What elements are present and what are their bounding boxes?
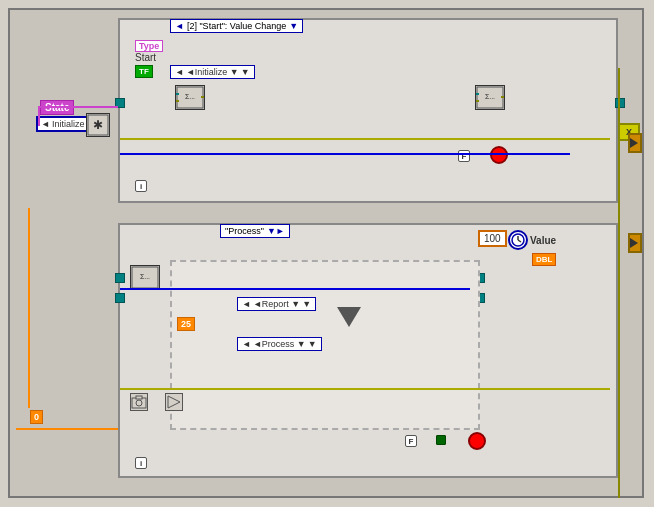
init-inner-dropdown: ▼ (241, 67, 250, 77)
upper-stop-button[interactable] (490, 146, 508, 164)
svg-text:Σ...: Σ... (485, 93, 495, 100)
report-left-arrow: ◄ (242, 299, 251, 309)
init-inner-arrow: ◄ (175, 67, 184, 77)
init-label-text: Initialize (52, 119, 85, 129)
lower-case-selector[interactable]: "Process" ▼► (220, 224, 290, 238)
type-label: Type (135, 40, 163, 52)
start-label: Start (135, 52, 156, 63)
lower-stop-button[interactable] (468, 432, 486, 450)
num-0-const: 0 (30, 410, 43, 424)
svg-rect-19 (136, 396, 142, 399)
report-dropdown: ▼ (302, 299, 311, 309)
process-label-inner[interactable]: ◄ ◄Process ▼ ▼ (237, 337, 322, 351)
svg-marker-20 (168, 396, 180, 408)
shift-reg-right-upper (628, 133, 642, 153)
lower-f-badge: F (405, 435, 417, 447)
upper-frame: ◄ [2] "Start": Value Change ▼ Type Start… (118, 18, 618, 203)
upper-func-node-right: Σ... (475, 85, 505, 110)
process-dropdown: ▼ (308, 339, 317, 349)
lower-left-teal-terminal-top (115, 273, 125, 283)
lower-info-badge: i (135, 457, 147, 469)
blue-wire-upper (120, 153, 570, 155)
process-left-arrow: ◄ (242, 339, 251, 349)
lower-func-node-left: Σ... (130, 265, 160, 290)
orange-wire-left-v (28, 208, 30, 408)
upper-f-badge: F (458, 150, 470, 162)
dbl-block: DBL (532, 253, 556, 266)
left-arrow-icon: ◄ (175, 21, 184, 31)
lower-frame: "Process" ▼► 100 Σ... (118, 223, 618, 478)
svg-text:✱: ✱ (93, 118, 103, 132)
tf-block: TF (135, 65, 153, 78)
yellow-wire-lower (120, 388, 610, 390)
dropdown-arrow-icon: ▼ (289, 21, 298, 31)
pink-wire-h1 (38, 106, 118, 108)
svg-marker-23 (630, 138, 638, 148)
value-label: Value (530, 235, 556, 246)
greater-than-icon (165, 393, 183, 411)
lower-case-text: "Process" (225, 226, 264, 236)
shift-reg-right-lower (628, 233, 642, 253)
yellow-wire-upper (120, 138, 610, 140)
upper-info-badge: i (135, 180, 147, 192)
inner-lower-frame: 25 ◄ ◄Report ▼ ▼ ◄ ◄Process ▼ ▼ (170, 260, 480, 430)
svg-text:Σ...: Σ... (140, 273, 150, 280)
upper-func-node-left: Σ... (175, 85, 205, 110)
svg-text:Σ...: Σ... (185, 93, 195, 100)
svg-marker-24 (630, 238, 638, 248)
lower-left-teal-terminal-bot (115, 293, 125, 303)
report-label[interactable]: ◄ ◄Report ▼ ▼ (237, 297, 316, 311)
left-node-icon: ✱ (86, 113, 110, 137)
num-25-const: 25 (177, 317, 195, 331)
lower-dropdown-arrow: ▼► (267, 226, 285, 236)
clock-icon (508, 230, 528, 250)
init-left-arrow: ◄ (41, 119, 50, 129)
blue-wire-lower (120, 288, 470, 290)
yellow-wire-right-v (618, 68, 620, 498)
merge-triangle-icon (337, 307, 361, 327)
upper-case-selector[interactable]: ◄ [2] "Start": Value Change ▼ (170, 19, 303, 33)
upper-right-teal-terminal (615, 98, 625, 108)
pink-wire-v1 (38, 106, 40, 126)
initialize-inner-btn[interactable]: ◄ ◄Initialize ▼ ▼ (170, 65, 255, 79)
lower-green-terminal (436, 435, 446, 445)
camera-icon (130, 393, 148, 411)
case-selector-text: [2] "Start": Value Change (187, 21, 286, 31)
main-container: ◄ [2] "Start": Value Change ▼ Type Start… (8, 8, 644, 498)
num-100-display: 100 (478, 230, 507, 247)
orange-wire-bottom (16, 428, 118, 430)
